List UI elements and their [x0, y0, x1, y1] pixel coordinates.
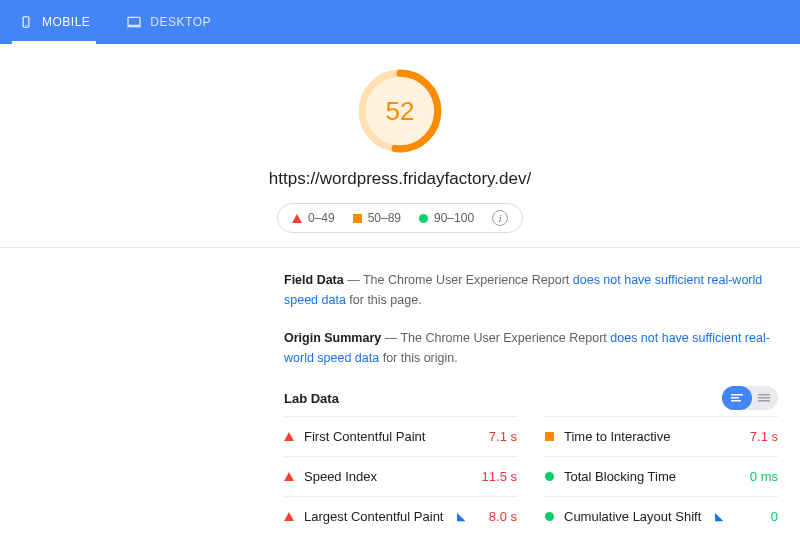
metric-cls[interactable]: Cumulative Layout Shift◣ 0: [545, 496, 778, 536]
tab-desktop-label: DESKTOP: [150, 15, 211, 29]
tab-mobile-label: MOBILE: [42, 15, 90, 29]
circle-icon: [419, 214, 428, 223]
metric-tti[interactable]: Time to Interactive 7.1 s: [545, 416, 778, 456]
square-icon: [353, 214, 362, 223]
metric-value: 11.5 s: [482, 469, 517, 484]
toggle-knob: [722, 386, 752, 410]
metric-name: Cumulative Layout Shift: [564, 509, 701, 524]
legend-good: 90–100: [419, 211, 474, 225]
svg-rect-2: [128, 17, 140, 25]
metric-name: Total Blocking Time: [564, 469, 676, 484]
svg-rect-6: [731, 394, 743, 396]
origin-summary-label: Origin Summary: [284, 331, 381, 345]
svg-rect-8: [731, 400, 741, 402]
metric-value: 0: [771, 509, 778, 524]
score-gauge: 52: [355, 66, 445, 156]
metric-value: 7.1 s: [489, 429, 517, 444]
square-icon: [545, 432, 554, 441]
tested-url: https://wordpress.fridayfactory.dev/: [0, 169, 800, 189]
triangle-icon: [284, 432, 294, 441]
metric-name: First Contentful Paint: [304, 429, 425, 444]
bookmark-icon: ◣: [457, 510, 465, 523]
field-data-label: Field Data: [284, 273, 344, 287]
score-hero: 52 https://wordpress.fridayfactory.dev/ …: [0, 44, 800, 247]
legend-poor: 0–49: [292, 211, 335, 225]
report-body: Field Data — The Chrome User Experience …: [0, 248, 800, 536]
tab-mobile[interactable]: MOBILE: [12, 0, 96, 44]
view-toggle[interactable]: [722, 386, 778, 410]
score-legend: 0–49 50–89 90–100 i: [277, 203, 523, 233]
circle-icon: [545, 472, 554, 481]
origin-summary-text: Origin Summary — The Chrome User Experie…: [284, 328, 778, 368]
lab-data-title: Lab Data: [284, 391, 339, 406]
metric-value: 7.1 s: [750, 429, 778, 444]
metric-name: Speed Index: [304, 469, 377, 484]
metric-name: Largest Contentful Paint: [304, 509, 443, 524]
desktop-icon: [126, 14, 142, 30]
tab-desktop[interactable]: DESKTOP: [120, 0, 217, 44]
mobile-icon: [18, 14, 34, 30]
device-tabbar: MOBILE DESKTOP: [0, 0, 800, 44]
circle-icon: [545, 512, 554, 521]
bars-left-icon: [731, 394, 743, 402]
metric-tbt[interactable]: Total Blocking Time 0 ms: [545, 456, 778, 496]
info-icon[interactable]: i: [492, 210, 508, 226]
triangle-icon: [292, 214, 302, 223]
metric-si[interactable]: Speed Index 11.5 s: [284, 456, 517, 496]
metric-value: 0 ms: [750, 469, 778, 484]
metrics-grid: First Contentful Paint 7.1 s Time to Int…: [284, 416, 778, 536]
svg-rect-9: [758, 394, 770, 396]
bookmark-icon: ◣: [715, 510, 723, 523]
svg-rect-11: [758, 400, 770, 402]
metric-fcp[interactable]: First Contentful Paint 7.1 s: [284, 416, 517, 456]
legend-mid: 50–89: [353, 211, 401, 225]
field-data-text: Field Data — The Chrome User Experience …: [284, 270, 778, 310]
svg-rect-10: [758, 397, 770, 399]
triangle-icon: [284, 472, 294, 481]
metric-name: Time to Interactive: [564, 429, 670, 444]
bars-right-icon: [758, 394, 770, 402]
metric-lcp[interactable]: Largest Contentful Paint◣ 8.0 s: [284, 496, 517, 536]
svg-rect-7: [731, 397, 739, 399]
metric-value: 8.0 s: [489, 509, 517, 524]
lab-data-header: Lab Data: [284, 386, 778, 410]
score-value: 52: [355, 66, 445, 156]
triangle-icon: [284, 512, 294, 521]
